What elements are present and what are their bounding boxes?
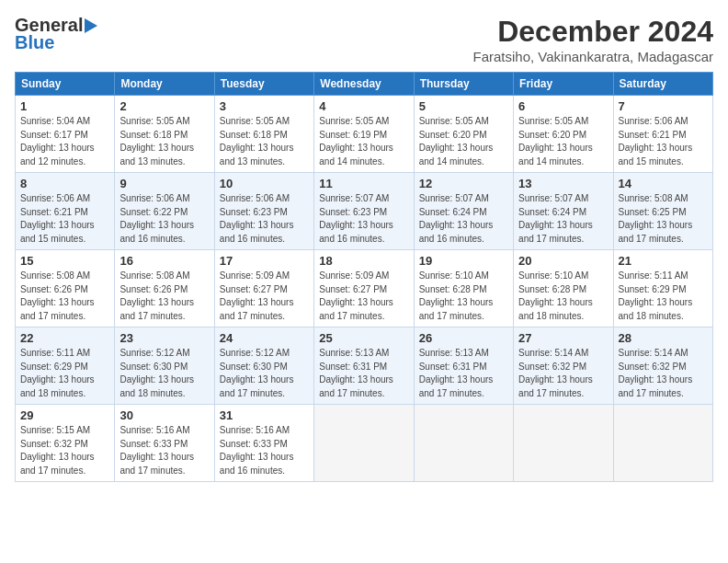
- calendar-cell: 24Sunrise: 5:12 AM Sunset: 6:30 PM Dayli…: [214, 327, 313, 405]
- day-info: Sunrise: 5:14 AM Sunset: 6:32 PM Dayligh…: [518, 347, 608, 400]
- day-info: Sunrise: 5:11 AM Sunset: 6:29 PM Dayligh…: [619, 270, 708, 323]
- day-info: Sunrise: 5:08 AM Sunset: 6:26 PM Dayligh…: [20, 270, 109, 323]
- day-info: Sunrise: 5:10 AM Sunset: 6:28 PM Dayligh…: [419, 270, 508, 323]
- logo-arrow-icon: [85, 18, 97, 33]
- location-title: Faratsiho, Vakinankaratra, Madagascar: [472, 49, 713, 64]
- calendar-table: SundayMondayTuesdayWednesdayThursdayFrid…: [15, 72, 713, 482]
- calendar-cell: 23Sunrise: 5:12 AM Sunset: 6:30 PM Dayli…: [115, 327, 214, 405]
- day-number: 20: [518, 254, 608, 268]
- day-number: 18: [319, 254, 408, 268]
- week-row-2: 8Sunrise: 5:06 AM Sunset: 6:21 PM Daylig…: [16, 173, 713, 250]
- day-number: 7: [619, 99, 708, 113]
- day-info: Sunrise: 5:08 AM Sunset: 6:26 PM Dayligh…: [119, 270, 209, 323]
- day-number: 3: [220, 99, 309, 113]
- calendar-cell: 6Sunrise: 5:05 AM Sunset: 6:20 PM Daylig…: [514, 96, 613, 173]
- day-info: Sunrise: 5:06 AM Sunset: 6:21 PM Dayligh…: [20, 192, 109, 246]
- day-number: 27: [518, 331, 608, 345]
- day-number: 10: [220, 177, 309, 190]
- day-info: Sunrise: 5:07 AM Sunset: 6:24 PM Dayligh…: [518, 192, 608, 246]
- weekday-sunday: Sunday: [16, 73, 115, 96]
- day-info: Sunrise: 5:10 AM Sunset: 6:28 PM Dayligh…: [518, 270, 608, 323]
- day-number: 19: [419, 254, 508, 268]
- day-info: Sunrise: 5:15 AM Sunset: 6:32 PM Dayligh…: [20, 424, 109, 477]
- weekday-tuesday: Tuesday: [214, 73, 313, 96]
- weekday-friday: Friday: [514, 73, 613, 96]
- day-info: Sunrise: 5:11 AM Sunset: 6:29 PM Dayligh…: [20, 347, 109, 400]
- calendar-cell: 9Sunrise: 5:06 AM Sunset: 6:22 PM Daylig…: [115, 173, 214, 250]
- calendar-cell: 17Sunrise: 5:09 AM Sunset: 6:27 PM Dayli…: [214, 250, 313, 327]
- calendar-cell: 19Sunrise: 5:10 AM Sunset: 6:28 PM Dayli…: [414, 250, 513, 327]
- day-number: 17: [220, 254, 309, 268]
- day-info: Sunrise: 5:16 AM Sunset: 6:33 PM Dayligh…: [220, 424, 309, 477]
- day-number: 21: [619, 254, 708, 268]
- calendar-cell: 18Sunrise: 5:09 AM Sunset: 6:27 PM Dayli…: [314, 250, 414, 327]
- week-row-5: 29Sunrise: 5:15 AM Sunset: 6:32 PM Dayli…: [16, 405, 713, 482]
- day-info: Sunrise: 5:05 AM Sunset: 6:20 PM Dayligh…: [419, 115, 508, 168]
- day-info: Sunrise: 5:04 AM Sunset: 6:17 PM Dayligh…: [20, 115, 109, 168]
- day-number: 12: [419, 177, 508, 190]
- calendar-cell: 20Sunrise: 5:10 AM Sunset: 6:28 PM Dayli…: [514, 250, 613, 327]
- day-number: 26: [419, 331, 508, 345]
- day-number: 5: [419, 99, 508, 113]
- logo: General Blue: [15, 15, 99, 53]
- day-number: 23: [119, 331, 209, 345]
- day-number: 28: [619, 331, 708, 345]
- weekday-monday: Monday: [115, 73, 214, 96]
- day-number: 30: [119, 408, 209, 422]
- calendar-cell: 4Sunrise: 5:05 AM Sunset: 6:19 PM Daylig…: [314, 96, 414, 173]
- day-info: Sunrise: 5:16 AM Sunset: 6:33 PM Dayligh…: [119, 424, 209, 477]
- day-info: Sunrise: 5:07 AM Sunset: 6:23 PM Dayligh…: [319, 192, 408, 246]
- calendar-body: 1Sunrise: 5:04 AM Sunset: 6:17 PM Daylig…: [16, 96, 713, 482]
- calendar-cell: [314, 405, 414, 482]
- day-number: 24: [220, 331, 309, 345]
- logo-blue-text: Blue: [15, 32, 54, 53]
- calendar-cell: 7Sunrise: 5:06 AM Sunset: 6:21 PM Daylig…: [613, 96, 712, 173]
- week-row-4: 22Sunrise: 5:11 AM Sunset: 6:29 PM Dayli…: [16, 327, 713, 405]
- weekday-thursday: Thursday: [414, 73, 513, 96]
- day-number: 15: [20, 254, 109, 268]
- day-info: Sunrise: 5:05 AM Sunset: 6:18 PM Dayligh…: [119, 115, 209, 168]
- day-info: Sunrise: 5:05 AM Sunset: 6:20 PM Dayligh…: [518, 115, 608, 168]
- title-area: December 2024 Faratsiho, Vakinankaratra,…: [472, 15, 713, 64]
- calendar-cell: 10Sunrise: 5:06 AM Sunset: 6:23 PM Dayli…: [214, 173, 313, 250]
- day-number: 1: [20, 99, 109, 113]
- calendar-cell: 14Sunrise: 5:08 AM Sunset: 6:25 PM Dayli…: [613, 173, 712, 250]
- week-row-1: 1Sunrise: 5:04 AM Sunset: 6:17 PM Daylig…: [16, 96, 713, 173]
- calendar-cell: 29Sunrise: 5:15 AM Sunset: 6:32 PM Dayli…: [16, 405, 115, 482]
- calendar-cell: [514, 405, 613, 482]
- calendar-cell: 26Sunrise: 5:13 AM Sunset: 6:31 PM Dayli…: [414, 327, 513, 405]
- calendar-cell: 8Sunrise: 5:06 AM Sunset: 6:21 PM Daylig…: [16, 173, 115, 250]
- day-info: Sunrise: 5:14 AM Sunset: 6:32 PM Dayligh…: [619, 347, 708, 400]
- day-number: 16: [119, 254, 209, 268]
- day-info: Sunrise: 5:07 AM Sunset: 6:24 PM Dayligh…: [419, 192, 508, 246]
- calendar-cell: 5Sunrise: 5:05 AM Sunset: 6:20 PM Daylig…: [414, 96, 513, 173]
- day-number: 11: [319, 177, 408, 190]
- day-info: Sunrise: 5:12 AM Sunset: 6:30 PM Dayligh…: [119, 347, 209, 400]
- day-info: Sunrise: 5:13 AM Sunset: 6:31 PM Dayligh…: [419, 347, 508, 400]
- day-info: Sunrise: 5:12 AM Sunset: 6:30 PM Dayligh…: [220, 347, 309, 400]
- day-number: 9: [119, 177, 209, 190]
- day-number: 29: [20, 408, 109, 422]
- calendar-cell: 12Sunrise: 5:07 AM Sunset: 6:24 PM Dayli…: [414, 173, 513, 250]
- weekday-saturday: Saturday: [613, 73, 712, 96]
- calendar-cell: 28Sunrise: 5:14 AM Sunset: 6:32 PM Dayli…: [613, 327, 712, 405]
- calendar-cell: 11Sunrise: 5:07 AM Sunset: 6:23 PM Dayli…: [314, 173, 414, 250]
- calendar-cell: 30Sunrise: 5:16 AM Sunset: 6:33 PM Dayli…: [115, 405, 214, 482]
- weekday-header-row: SundayMondayTuesdayWednesdayThursdayFrid…: [16, 73, 713, 96]
- calendar-cell: 22Sunrise: 5:11 AM Sunset: 6:29 PM Dayli…: [16, 327, 115, 405]
- day-info: Sunrise: 5:06 AM Sunset: 6:21 PM Dayligh…: [619, 115, 708, 168]
- calendar-cell: 3Sunrise: 5:05 AM Sunset: 6:18 PM Daylig…: [214, 96, 313, 173]
- week-row-3: 15Sunrise: 5:08 AM Sunset: 6:26 PM Dayli…: [16, 250, 713, 327]
- weekday-wednesday: Wednesday: [314, 73, 414, 96]
- day-info: Sunrise: 5:08 AM Sunset: 6:25 PM Dayligh…: [619, 192, 708, 246]
- calendar-cell: 21Sunrise: 5:11 AM Sunset: 6:29 PM Dayli…: [613, 250, 712, 327]
- day-number: 22: [20, 331, 109, 345]
- calendar-cell: 16Sunrise: 5:08 AM Sunset: 6:26 PM Dayli…: [115, 250, 214, 327]
- header: General Blue December 2024 Faratsiho, Va…: [15, 15, 713, 64]
- day-info: Sunrise: 5:09 AM Sunset: 6:27 PM Dayligh…: [220, 270, 309, 323]
- day-info: Sunrise: 5:06 AM Sunset: 6:22 PM Dayligh…: [119, 192, 209, 246]
- day-number: 4: [319, 99, 408, 113]
- day-info: Sunrise: 5:06 AM Sunset: 6:23 PM Dayligh…: [220, 192, 309, 246]
- day-number: 2: [119, 99, 209, 113]
- day-info: Sunrise: 5:13 AM Sunset: 6:31 PM Dayligh…: [319, 347, 408, 400]
